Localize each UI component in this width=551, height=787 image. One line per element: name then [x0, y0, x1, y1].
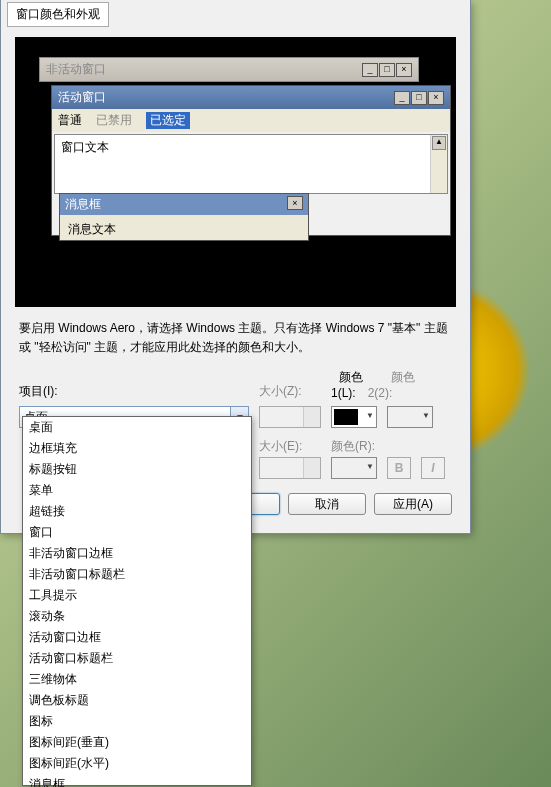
minimize-icon: _	[362, 63, 378, 77]
dropdown-option[interactable]: 标题按钮	[23, 459, 251, 480]
bold-button: B	[387, 457, 411, 479]
dropdown-option[interactable]: 滚动条	[23, 606, 251, 627]
dropdown-option[interactable]: 窗口	[23, 522, 251, 543]
italic-button: I	[421, 457, 445, 479]
dropdown-option[interactable]: 消息框	[23, 774, 251, 787]
close-icon: ×	[287, 196, 303, 210]
dialog-tab[interactable]: 窗口颜色和外观	[7, 2, 109, 27]
item-dropdown-list[interactable]: 桌面边框填充标题按钮菜单超链接窗口非活动窗口边框非活动窗口标题栏工具提示滚动条活…	[22, 416, 252, 786]
cancel-button[interactable]: 取消	[288, 493, 366, 515]
dropdown-option[interactable]: 调色板标题	[23, 690, 251, 711]
dropdown-option[interactable]: 图标间距(水平)	[23, 753, 251, 774]
size2-label: 大小(E):	[259, 438, 321, 455]
dropdown-option[interactable]: 工具提示	[23, 585, 251, 606]
msgbox-title: 消息框	[65, 196, 287, 213]
inactive-window-title: 非活动窗口	[46, 61, 362, 78]
color1-label: 1(L):	[331, 386, 356, 400]
dropdown-option[interactable]: 三维物体	[23, 669, 251, 690]
size-spinner	[259, 406, 321, 428]
color-head-label2: 颜色	[391, 369, 415, 386]
dropdown-option[interactable]: 图标间距(垂直)	[23, 732, 251, 753]
preview-message-box: 消息框 × 消息文本	[59, 193, 309, 241]
window-text: 窗口文本	[61, 140, 109, 154]
font-size-spinner	[259, 457, 321, 479]
maximize-icon: □	[411, 91, 427, 105]
dropdown-option[interactable]: 非活动窗口边框	[23, 543, 251, 564]
preview-menu-bar: 普通 已禁用 已选定	[52, 109, 450, 132]
dropdown-option[interactable]: 超链接	[23, 501, 251, 522]
item-label: 项目(I):	[19, 383, 249, 400]
dropdown-option[interactable]: 图标	[23, 711, 251, 732]
menu-normal: 普通	[58, 112, 82, 129]
close-icon: ×	[428, 91, 444, 105]
active-window-buttons: _ □ ×	[394, 91, 444, 105]
color1-picker[interactable]: ▼	[331, 406, 377, 428]
size-label: 大小(Z):	[259, 383, 321, 400]
dropdown-option[interactable]: 活动窗口边框	[23, 627, 251, 648]
close-icon: ×	[396, 63, 412, 77]
colorR-label: 颜色(R):	[331, 438, 377, 455]
dropdown-option[interactable]: 桌面	[23, 417, 251, 438]
dropdown-option[interactable]: 边框填充	[23, 438, 251, 459]
dropdown-option[interactable]: 活动窗口标题栏	[23, 648, 251, 669]
menu-selected: 已选定	[146, 112, 190, 129]
maximize-icon: □	[379, 63, 395, 77]
color-head-label: 颜色	[339, 369, 363, 386]
preview-content: 窗口文本 ▲ 消息框 × 消息文本	[54, 134, 448, 194]
preview-inactive-window: 非活动窗口 _ □ ×	[39, 57, 419, 82]
dropdown-option[interactable]: 非活动窗口标题栏	[23, 564, 251, 585]
scroll-up-icon: ▲	[432, 136, 446, 150]
apply-button[interactable]: 应用(A)	[374, 493, 452, 515]
preview-active-window: 活动窗口 _ □ × 普通 已禁用 已选定 窗口文本 ▲	[51, 85, 451, 236]
chevron-down-icon: ▼	[366, 462, 374, 471]
preview-area: 非活动窗口 _ □ × 活动窗口 _ □ ×	[15, 37, 456, 307]
dropdown-option[interactable]: 菜单	[23, 480, 251, 501]
active-window-title: 活动窗口	[58, 89, 394, 106]
description-text: 要启用 Windows Aero，请选择 Windows 主题。只有选择 Win…	[15, 307, 456, 365]
menu-disabled: 已禁用	[96, 112, 132, 129]
inactive-window-buttons: _ □ ×	[362, 63, 412, 77]
chevron-down-icon: ▼	[366, 411, 374, 420]
font-color-picker: ▼	[331, 457, 377, 479]
color2-picker: ▼	[387, 406, 433, 428]
chevron-down-icon: ▼	[422, 411, 430, 420]
msgbox-text: 消息文本	[60, 215, 308, 240]
minimize-icon: _	[394, 91, 410, 105]
color2-label: 2(2):	[368, 386, 393, 400]
